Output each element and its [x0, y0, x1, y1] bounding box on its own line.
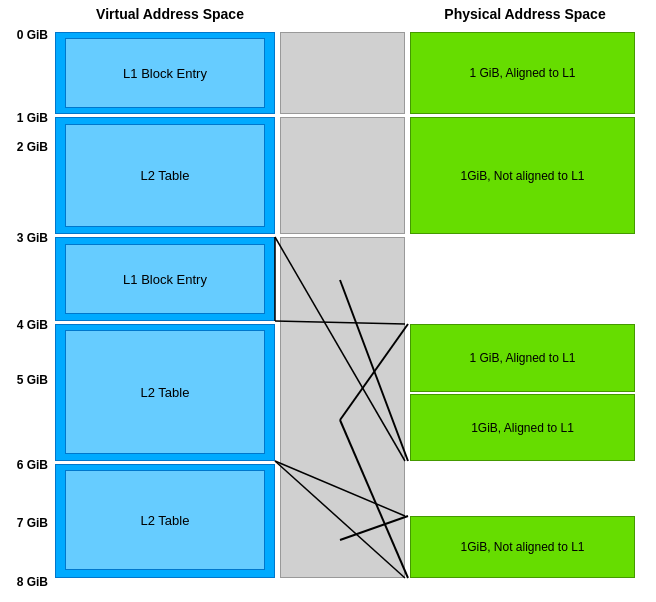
gib-label-5: 5 GiB	[0, 373, 48, 387]
gib-label-1: 1 GiB	[0, 111, 48, 125]
diagram: Virtual Address Space Physical Address S…	[0, 0, 656, 602]
virt-inner-1: L2 Table	[65, 124, 265, 227]
gib-label-3: 3 GiB	[0, 231, 48, 245]
virt-inner-4: L2 Table	[65, 470, 265, 570]
virt-inner-2: L1 Block Entry	[65, 244, 265, 314]
gib-label-0: 0 GiB	[0, 28, 48, 42]
virt-inner-0: L1 Block Entry	[65, 38, 265, 108]
virt-inner-3: L2 Table	[65, 330, 265, 454]
gib-label-8: 8 GiB	[0, 575, 48, 589]
gib-label-2: 2 GiB	[0, 140, 48, 154]
phys-block-2: 1 GiB, Aligned to L1	[410, 324, 635, 392]
header-virtual: Virtual Address Space	[55, 6, 285, 22]
gib-label-6: 6 GiB	[0, 458, 48, 472]
gib-label-7: 7 GiB	[0, 516, 48, 530]
mid-block-2	[280, 237, 405, 578]
mid-block-0	[280, 32, 405, 114]
header-physical: Physical Address Space	[410, 6, 640, 22]
mid-block-1	[280, 117, 405, 234]
phys-block-0: 1 GiB, Aligned to L1	[410, 32, 635, 114]
gib-label-4: 4 GiB	[0, 318, 48, 332]
phys-block-1: 1GiB, Not aligned to L1	[410, 117, 635, 234]
phys-block-4: 1GiB, Not aligned to L1	[410, 516, 635, 578]
phys-block-3: 1GiB, Aligned to L1	[410, 394, 635, 461]
